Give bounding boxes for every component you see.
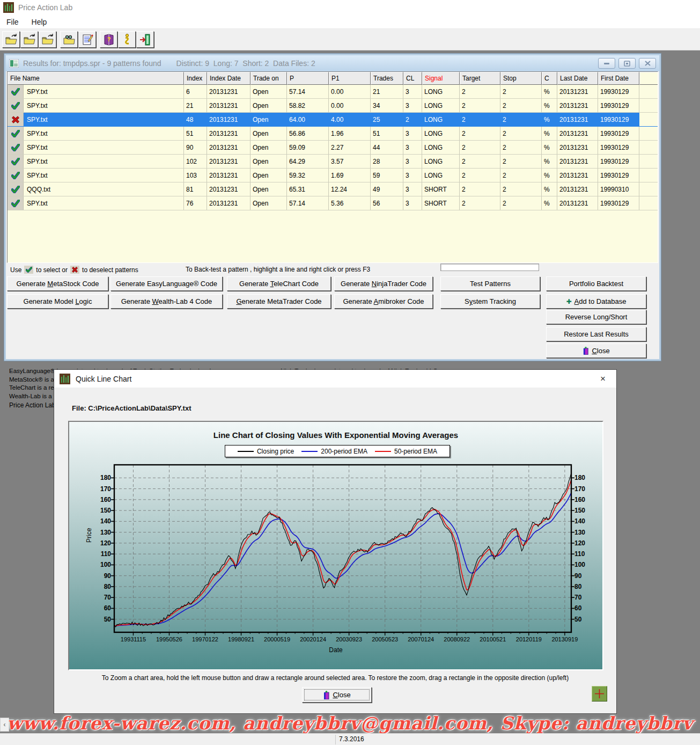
generate-easylanguage-code-button[interactable]: Generate EasyLanguage® Code — [110, 276, 223, 291]
results-window-titlebar[interactable]: Results for: tmpdps.spr - 9 patterns fou… — [6, 55, 659, 71]
table-row[interactable]: SPY.txt5120131231Open56.861.96513LONG22%… — [8, 127, 658, 141]
table-row[interactable]: SPY.txt4820131231Open64.004.00252LONG22%… — [8, 113, 658, 127]
column-header-index-date[interactable]: Index Date — [207, 72, 250, 85]
ema-200-line — [114, 493, 571, 626]
cell-index-date: 20131231 — [207, 127, 250, 141]
dialog-logo-icon — [60, 374, 70, 384]
info-icon — [121, 33, 134, 46]
cell-index: 90 — [184, 141, 207, 155]
help-book-icon-button[interactable]: ? — [100, 31, 117, 48]
chart-panel[interactable]: Line Chart of Closing Values With Expone… — [68, 421, 603, 670]
column-header-p1[interactable]: P1 — [329, 72, 371, 85]
open-file-2-icon-button[interactable] — [20, 31, 38, 48]
cell-target: 2 — [460, 182, 500, 196]
column-header-signal[interactable]: Signal — [422, 72, 460, 85]
check-mark-icon[interactable] — [8, 182, 24, 196]
table-row[interactable]: SPY.txt2120131231Open58.820.00343LONG22%… — [8, 99, 658, 113]
file-name-cell: SPY.txt — [8, 196, 184, 210]
test-patterns-button[interactable]: Test Patterns — [440, 276, 540, 291]
check-mark-icon[interactable] — [8, 99, 24, 113]
cell-p: 64.29 — [287, 155, 329, 169]
exit-icon-button[interactable] — [136, 31, 154, 48]
search-folder-icon-button[interactable] — [60, 31, 78, 48]
menu-help[interactable]: Help — [25, 16, 54, 28]
check-mark-icon[interactable] — [8, 85, 24, 99]
generate-amibroker-code-button[interactable]: Generate Amibroker Code — [334, 294, 433, 309]
table-row[interactable]: SPY.txt9020131231Open59.092.27443LONG22%… — [8, 141, 658, 155]
dialog-title: Quick Line Chart — [76, 375, 131, 383]
column-header-last-date[interactable]: Last Date — [557, 72, 598, 85]
close-window-button[interactable] — [639, 58, 656, 69]
generate-metatrader-code-button[interactable]: Generate MetaTrader Code — [227, 294, 331, 309]
column-header-file-name[interactable]: File Name — [8, 72, 184, 85]
column-header-target[interactable]: Target — [460, 72, 500, 85]
column-header-first-date[interactable]: First Date — [598, 72, 639, 85]
column-header-trade-on[interactable]: Trade on — [250, 72, 287, 85]
add-to-database-button[interactable]: ✚Add to Database — [546, 294, 646, 309]
price-chart[interactable] — [114, 465, 571, 632]
check-mark-icon[interactable] — [8, 127, 24, 141]
minimize-button[interactable] — [598, 58, 615, 69]
cell-c: % — [542, 113, 557, 127]
open-file-1-icon-button[interactable] — [2, 31, 20, 48]
generate-wealth-lab-4-code-button[interactable]: Generate Wealth-Lab 4 Code — [110, 294, 223, 309]
cell-trades: 28 — [371, 155, 403, 169]
dialog-titlebar[interactable]: Quick Line Chart × — [54, 370, 616, 388]
plot-area[interactable] — [114, 465, 571, 632]
cell-p: 56.86 — [287, 127, 329, 141]
cell-first-date: 19930129 — [598, 169, 639, 182]
menu-file[interactable]: File — [0, 16, 25, 28]
restore-button[interactable] — [618, 58, 636, 69]
file-name-cell: SPY.txt — [8, 141, 184, 155]
column-header-stop[interactable]: Stop — [500, 72, 542, 85]
table-row[interactable]: SPY.txt620131231Open57.140.00213LONG22%2… — [8, 85, 658, 99]
table-row[interactable]: SPY.txt7620131231Open57.145.36563SHORT22… — [8, 196, 658, 210]
column-header-cl[interactable]: CL — [403, 72, 422, 85]
info-icon-button[interactable] — [118, 31, 136, 48]
exit-icon — [139, 33, 152, 46]
table-row[interactable]: SPY.txt10320131231Open59.321.69593LONG22… — [8, 169, 658, 182]
restore-last-results-button[interactable]: Restore Last Results — [546, 327, 646, 341]
cell-c: % — [542, 99, 557, 113]
column-header-trades[interactable]: Trades — [371, 72, 403, 85]
cell-signal: LONG — [422, 99, 460, 113]
file-name-cell: SPY.txt — [8, 169, 184, 182]
generate-ninjatrader-code-button[interactable]: Generate NinjaTrader Code — [334, 276, 433, 291]
column-header-index[interactable]: Index — [184, 72, 207, 85]
close-button[interactable]: Close — [546, 344, 646, 358]
check-mark-icon[interactable] — [8, 155, 24, 169]
check-mark-icon[interactable] — [8, 196, 24, 210]
system-tracking-button[interactable]: System Tracking — [440, 294, 540, 309]
check-mark-icon[interactable] — [8, 169, 24, 182]
table-row[interactable]: QQQ.txt8120131231Open65.3112.24493SHORT2… — [8, 182, 658, 196]
column-header-p[interactable]: P — [287, 72, 329, 85]
generate-metastock-code-button[interactable]: Generate MetaStock Code — [7, 276, 108, 291]
generate-telechart-code-button[interactable]: Generate TeleChart Code — [227, 276, 331, 291]
zoom-reset-button[interactable] — [592, 686, 607, 702]
edit-notes-icon-button[interactable] — [78, 31, 96, 48]
cell-p1: 3.57 — [329, 155, 371, 169]
table-row[interactable]: SPY.txt10220131231Open64.293.57283LONG22… — [8, 155, 658, 169]
column-header-c[interactable]: C — [542, 72, 557, 85]
portfolio-backtest-button[interactable]: Portfolio Backtest — [546, 276, 646, 291]
reverse-long-short-button[interactable]: Reverse Long/Short — [546, 310, 646, 324]
dialog-close-icon[interactable]: × — [595, 374, 611, 384]
cell-signal: SHORT — [422, 196, 460, 210]
check-mark-icon[interactable] — [8, 141, 24, 155]
cell-p1: 0.00 — [329, 99, 371, 113]
cell-trades: 21 — [371, 85, 403, 99]
cell-signal: LONG — [422, 85, 460, 99]
open-file-3-icon-button[interactable] — [39, 31, 56, 48]
dialog-close-button[interactable]: Close — [302, 687, 372, 703]
button-label: Generate MetaStock Code — [17, 280, 99, 288]
x-mark-icon[interactable] — [8, 113, 24, 127]
cell-p1: 1.96 — [329, 127, 371, 141]
cell-cl: 2 — [403, 113, 422, 127]
cell-last-date: 20131231 — [557, 182, 598, 196]
cell-trades: 51 — [371, 127, 403, 141]
cell-trade-on: Open — [250, 85, 287, 99]
generate-model-logic-button[interactable]: Generate Model Logic — [7, 294, 108, 309]
y-tick-label: 170 — [574, 485, 593, 493]
cell-index: 102 — [184, 155, 207, 169]
cell-p: 59.09 — [287, 141, 329, 155]
